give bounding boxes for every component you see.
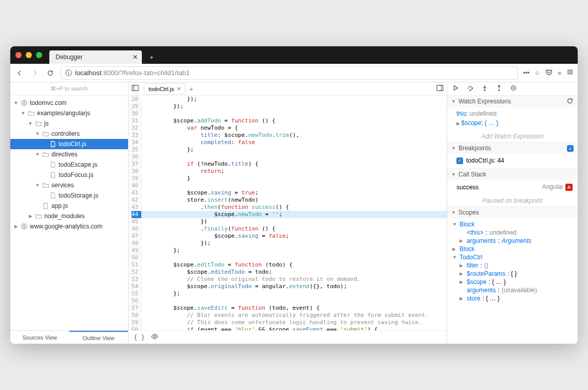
close-tab-icon[interactable]: ✕ [133,54,138,61]
url-host: localhost [75,69,101,77]
scope-item[interactable]: ▶$scope: { … } [452,278,573,286]
tree-folder[interactable]: ▼todomvc.com [10,98,128,108]
sources-panel: ⌘+P to search ▼todomvc.com▼examples/angu… [10,82,128,344]
svg-point-6 [484,90,485,91]
scope-item[interactable]: arguments: (unavailable) [452,286,573,294]
deactivate-bp-icon[interactable] [510,84,517,93]
tree-file[interactable]: app.js [10,201,128,211]
tree-folder[interactable]: ▼directives [10,149,128,159]
svg-point-5 [470,90,471,91]
svg-rect-2 [132,85,138,91]
tree-file[interactable]: todoFocus.js [10,170,128,180]
resume-icon[interactable] [452,84,460,93]
editor-tab-label: todoCtrl.js [149,86,174,92]
callstack-header[interactable]: ▼Call Stack [447,169,578,180]
outline-view-tab[interactable]: Outline View [69,331,128,344]
maximize-window-button[interactable] [36,52,42,58]
editor-tab[interactable]: todoCtrl.js× [144,83,186,95]
browser-window: Debugger ✕ ＋ ⓘ localhost:8000/?firefox-t… [10,46,578,344]
toolbar: ⓘ localhost:8000/?firefox-tab=child1/tab… [10,64,578,82]
watch-header[interactable]: ▼Watch Expressions [447,96,578,107]
pretty-print-icon[interactable]: { } [134,334,145,341]
tree-file[interactable]: todoEscape.js [10,159,128,170]
minimize-window-button[interactable] [26,52,32,58]
sources-view-tab[interactable]: Sources View [10,331,69,344]
toggle-right-panel-icon[interactable] [436,84,444,93]
paused-message: Paused on breakpoint [447,195,578,206]
stack-frame[interactable]: successAngularA [456,182,573,192]
new-tab-button[interactable]: ＋ [145,50,158,64]
close-editor-tab-icon[interactable]: × [177,85,181,93]
tree-folder[interactable]: ▶node_modules [10,211,128,221]
scope-item[interactable]: ▼TodoCtrl [452,253,573,261]
scope-item[interactable]: ▼Block [452,220,573,228]
watch-expression[interactable]: this: undefined [456,109,573,118]
scope-item[interactable]: ▶store: { … } [452,294,573,303]
tab-label: Debugger [56,54,83,61]
pocket-icon[interactable] [545,68,553,77]
tree-folder[interactable]: ▼services [10,180,128,190]
forward-button[interactable] [30,68,40,78]
breakpoints-header[interactable]: ▼Breakpoints [447,143,578,154]
scope-item[interactable]: ▶filter:() [452,261,573,270]
browser-tab[interactable]: Debugger ✕ [49,50,142,64]
close-window-button[interactable] [15,52,22,58]
add-watch-hint[interactable]: Add Watch Expression [447,131,578,142]
scope-item[interactable]: ▶arguments: Arguments [452,237,573,245]
tree-folder[interactable]: ▼examples/angularjs [10,108,128,118]
sources-search[interactable]: ⌘+P to search [10,82,128,96]
svg-rect-3 [437,85,443,91]
tree-folder[interactable]: ▶www.google-analytics.com [10,221,128,232]
reload-button[interactable] [45,68,56,78]
source-tree: ▼todomvc.com▼examples/angularjs▼js▼contr… [10,96,128,330]
info-icon: ⓘ [65,68,72,78]
step-out-icon[interactable] [495,84,503,93]
debug-controls [447,82,578,96]
menu-icon[interactable] [566,68,574,77]
tree-folder[interactable]: ▼js [10,118,128,129]
breakpoint-item[interactable]: todoCtrl.js: 44 [456,156,573,165]
back-button[interactable] [14,68,25,78]
refresh-watch-icon[interactable] [566,97,574,106]
tree-folder[interactable]: ▼controllers [10,129,128,139]
watch-expression[interactable]: ▶ $scope: { … } [456,118,573,128]
toggle-sources-icon[interactable] [132,84,139,93]
scopes-header[interactable]: ▼Scopes [447,207,578,218]
titlebar: Debugger ✕ ＋ [10,46,578,64]
bookmark-icon[interactable]: ☆ [535,69,540,77]
svg-point-7 [499,90,500,91]
breakpoints-toggle[interactable] [567,145,574,152]
code-editor[interactable]: 2829303132333435363738394041424344454647… [128,96,447,330]
tree-file[interactable]: todoStorage.js [10,190,128,201]
scope-item[interactable]: ▶$routeParams: { } [452,270,573,278]
step-in-icon[interactable] [481,84,488,93]
scope-item[interactable]: ▶Block [452,245,573,253]
blackbox-icon[interactable] [151,333,158,342]
more-icon[interactable]: ••• [523,69,530,77]
overflow-icon[interactable]: » [558,69,561,77]
editor-panel: todoCtrl.js× + 2829303132333435363738394… [128,82,447,344]
new-editor-tab-button[interactable]: + [190,85,194,93]
scope-item[interactable]: <this>: undefined [452,228,573,237]
debugger-panel: ▼Watch Expressions this: undefined▶ $sco… [447,82,578,344]
url-bar[interactable]: ⓘ localhost:8000/?firefox-tab=child1/tab… [61,66,518,80]
step-over-icon[interactable] [467,84,474,93]
tree-file[interactable]: todoCtrl.js [10,139,128,149]
svg-point-4 [154,335,156,338]
